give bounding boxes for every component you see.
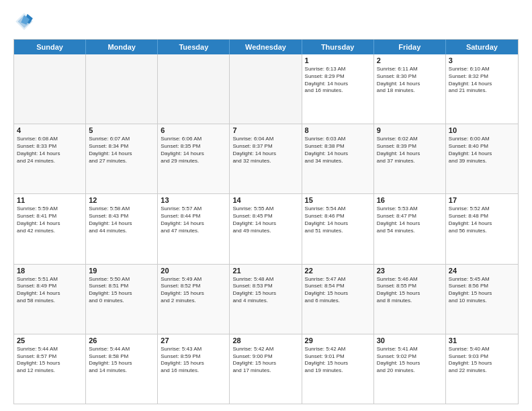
day-header-saturday: Saturday [446, 40, 518, 54]
day-info: Sunrise: 5:53 AMSunset: 8:47 PMDaylight:… [377, 205, 443, 234]
day-header-sunday: Sunday [14, 40, 86, 54]
calendar-header: SundayMondayTuesdayWednesdayThursdayFrid… [14, 40, 518, 54]
day-header-monday: Monday [86, 40, 158, 54]
header [13, 11, 519, 32]
day-cell-9: 9Sunrise: 6:02 AMSunset: 8:39 PMDaylight… [374, 124, 446, 193]
day-cell-31: 31Sunrise: 5:40 AMSunset: 9:03 PMDayligh… [446, 334, 518, 404]
day-info: Sunrise: 5:43 AMSunset: 8:59 PMDaylight:… [161, 346, 226, 375]
empty-cell [230, 54, 302, 124]
day-cell-1: 1Sunrise: 6:13 AMSunset: 8:29 PMDaylight… [302, 54, 374, 124]
day-number: 8 [305, 126, 371, 134]
day-info: Sunrise: 5:50 AMSunset: 8:51 PMDaylight:… [89, 276, 154, 305]
day-info: Sunrise: 6:10 AMSunset: 8:32 PMDaylight:… [449, 66, 515, 95]
day-info: Sunrise: 6:06 AMSunset: 8:35 PMDaylight:… [161, 136, 226, 165]
day-number: 18 [17, 267, 83, 275]
day-number: 3 [449, 56, 515, 64]
day-info: Sunrise: 6:04 AMSunset: 8:37 PMDaylight:… [232, 136, 298, 165]
day-cell-4: 4Sunrise: 6:08 AMSunset: 8:33 PMDaylight… [14, 124, 86, 193]
empty-cell [158, 54, 230, 124]
day-number: 30 [377, 336, 443, 345]
day-info: Sunrise: 5:42 AMSunset: 9:01 PMDaylight:… [305, 346, 371, 375]
day-number: 7 [232, 126, 298, 134]
day-number: 28 [232, 336, 298, 345]
page: SundayMondayTuesdayWednesdayThursdayFrid… [0, 0, 532, 411]
day-number: 9 [377, 126, 443, 134]
day-info: Sunrise: 5:48 AMSunset: 8:53 PMDaylight:… [232, 276, 298, 305]
day-info: Sunrise: 5:57 AMSunset: 8:44 PMDaylight:… [161, 205, 226, 234]
day-info: Sunrise: 5:55 AMSunset: 8:45 PMDaylight:… [232, 205, 298, 234]
day-info: Sunrise: 6:03 AMSunset: 8:38 PMDaylight:… [305, 136, 371, 165]
day-number: 29 [305, 336, 371, 345]
day-cell-16: 16Sunrise: 5:53 AMSunset: 8:47 PMDayligh… [374, 194, 446, 263]
day-cell-12: 12Sunrise: 5:58 AMSunset: 8:43 PMDayligh… [86, 194, 158, 263]
week-row-4: 18Sunrise: 5:51 AMSunset: 8:49 PMDayligh… [14, 265, 518, 334]
day-number: 6 [161, 126, 226, 134]
day-info: Sunrise: 5:44 AMSunset: 8:58 PMDaylight:… [89, 346, 154, 375]
day-number: 20 [161, 267, 226, 275]
day-cell-13: 13Sunrise: 5:57 AMSunset: 8:44 PMDayligh… [158, 194, 230, 263]
day-number: 10 [449, 126, 515, 134]
day-number: 27 [161, 336, 226, 345]
day-number: 21 [232, 267, 298, 275]
day-cell-20: 20Sunrise: 5:49 AMSunset: 8:52 PMDayligh… [158, 265, 230, 334]
day-number: 5 [89, 126, 154, 134]
day-info: Sunrise: 5:44 AMSunset: 8:57 PMDaylight:… [17, 346, 83, 375]
day-number: 19 [89, 267, 154, 275]
day-number: 11 [17, 196, 83, 204]
empty-cell [86, 54, 158, 124]
day-cell-23: 23Sunrise: 5:46 AMSunset: 8:55 PMDayligh… [374, 265, 446, 334]
day-number: 4 [17, 126, 83, 134]
day-number: 1 [305, 56, 371, 64]
day-info: Sunrise: 5:58 AMSunset: 8:43 PMDaylight:… [89, 205, 154, 234]
day-info: Sunrise: 5:45 AMSunset: 8:56 PMDaylight:… [449, 276, 515, 305]
day-cell-14: 14Sunrise: 5:55 AMSunset: 8:45 PMDayligh… [230, 194, 302, 263]
day-cell-22: 22Sunrise: 5:47 AMSunset: 8:54 PMDayligh… [302, 265, 374, 334]
day-cell-28: 28Sunrise: 5:42 AMSunset: 9:00 PMDayligh… [230, 334, 302, 404]
week-row-5: 25Sunrise: 5:44 AMSunset: 8:57 PMDayligh… [14, 334, 518, 404]
day-cell-10: 10Sunrise: 6:00 AMSunset: 8:40 PMDayligh… [446, 124, 518, 193]
day-cell-21: 21Sunrise: 5:48 AMSunset: 8:53 PMDayligh… [230, 265, 302, 334]
day-info: Sunrise: 5:42 AMSunset: 9:00 PMDaylight:… [232, 346, 298, 375]
day-cell-17: 17Sunrise: 5:52 AMSunset: 8:48 PMDayligh… [446, 194, 518, 263]
day-info: Sunrise: 6:11 AMSunset: 8:30 PMDaylight:… [377, 66, 443, 95]
week-row-2: 4Sunrise: 6:08 AMSunset: 8:33 PMDaylight… [14, 124, 518, 194]
logo [13, 11, 39, 32]
day-info: Sunrise: 6:00 AMSunset: 8:40 PMDaylight:… [449, 136, 515, 165]
day-number: 13 [161, 196, 226, 204]
day-number: 14 [232, 196, 298, 204]
day-info: Sunrise: 6:02 AMSunset: 8:39 PMDaylight:… [377, 136, 443, 165]
day-cell-29: 29Sunrise: 5:42 AMSunset: 9:01 PMDayligh… [302, 334, 374, 404]
calendar-body: 1Sunrise: 6:13 AMSunset: 8:29 PMDaylight… [14, 54, 518, 404]
day-number: 12 [89, 196, 154, 204]
day-info: Sunrise: 5:40 AMSunset: 9:03 PMDaylight:… [449, 346, 515, 375]
day-number: 17 [449, 196, 515, 204]
day-cell-26: 26Sunrise: 5:44 AMSunset: 8:58 PMDayligh… [86, 334, 158, 404]
day-number: 24 [449, 267, 515, 275]
day-info: Sunrise: 5:51 AMSunset: 8:49 PMDaylight:… [17, 276, 83, 305]
day-cell-8: 8Sunrise: 6:03 AMSunset: 8:38 PMDaylight… [302, 124, 374, 193]
day-info: Sunrise: 5:46 AMSunset: 8:55 PMDaylight:… [377, 276, 443, 305]
week-row-1: 1Sunrise: 6:13 AMSunset: 8:29 PMDaylight… [14, 54, 518, 124]
day-info: Sunrise: 6:13 AMSunset: 8:29 PMDaylight:… [305, 66, 371, 95]
day-info: Sunrise: 6:08 AMSunset: 8:33 PMDaylight:… [17, 136, 83, 165]
day-cell-7: 7Sunrise: 6:04 AMSunset: 8:37 PMDaylight… [230, 124, 302, 193]
day-cell-2: 2Sunrise: 6:11 AMSunset: 8:30 PMDaylight… [374, 54, 446, 124]
day-cell-6: 6Sunrise: 6:06 AMSunset: 8:35 PMDaylight… [158, 124, 230, 193]
day-cell-30: 30Sunrise: 5:41 AMSunset: 9:02 PMDayligh… [374, 334, 446, 404]
day-cell-25: 25Sunrise: 5:44 AMSunset: 8:57 PMDayligh… [14, 334, 86, 404]
day-cell-18: 18Sunrise: 5:51 AMSunset: 8:49 PMDayligh… [14, 265, 86, 334]
day-info: Sunrise: 6:07 AMSunset: 8:34 PMDaylight:… [89, 136, 154, 165]
day-info: Sunrise: 5:59 AMSunset: 8:41 PMDaylight:… [17, 205, 83, 234]
day-cell-15: 15Sunrise: 5:54 AMSunset: 8:46 PMDayligh… [302, 194, 374, 263]
day-number: 22 [305, 267, 371, 275]
empty-cell [14, 54, 86, 124]
day-header-friday: Friday [374, 40, 446, 54]
day-cell-5: 5Sunrise: 6:07 AMSunset: 8:34 PMDaylight… [86, 124, 158, 193]
day-info: Sunrise: 5:41 AMSunset: 9:02 PMDaylight:… [377, 346, 443, 375]
day-info: Sunrise: 5:49 AMSunset: 8:52 PMDaylight:… [161, 276, 226, 305]
day-number: 26 [89, 336, 154, 345]
day-cell-3: 3Sunrise: 6:10 AMSunset: 8:32 PMDaylight… [446, 54, 518, 124]
day-cell-11: 11Sunrise: 5:59 AMSunset: 8:41 PMDayligh… [14, 194, 86, 263]
day-header-wednesday: Wednesday [230, 40, 302, 54]
day-number: 2 [377, 56, 443, 64]
